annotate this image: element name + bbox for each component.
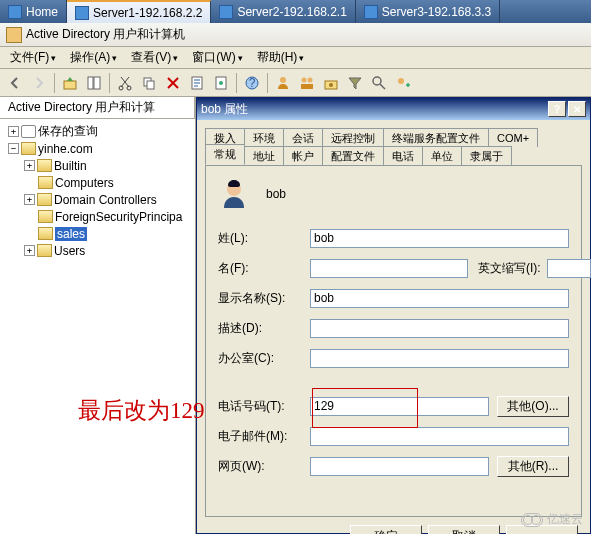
menu-action[interactable]: 操作(A)▾ (64, 47, 123, 68)
forward-button[interactable] (28, 72, 50, 94)
general-panel: bob 姓(L): 名(F):英文缩写(I): 显示名称(S): 描述(D): … (205, 165, 582, 517)
svg-point-18 (373, 77, 381, 85)
watermark: 亿速云 (521, 511, 583, 528)
tree-dc[interactable]: +Domain Controllers (2, 191, 193, 208)
tree-fsp[interactable]: ForeignSecurityPrincipa (2, 208, 193, 225)
folder-icon (37, 159, 52, 172)
svg-point-9 (219, 81, 223, 85)
back-button[interactable] (4, 72, 26, 94)
tab-environment[interactable]: 环境 (244, 128, 284, 147)
svg-point-19 (398, 78, 404, 84)
displayname-input[interactable] (310, 289, 569, 308)
menubar: 文件(F)▾ 操作(A)▾ 查看(V)▾ 窗口(W)▾ 帮助(H)▾ (0, 47, 591, 69)
tab-server1[interactable]: Server1-192.168.2.2 (67, 0, 211, 23)
find-button[interactable] (368, 72, 390, 94)
tab-account[interactable]: 帐户 (283, 146, 323, 165)
svg-point-13 (302, 77, 307, 82)
tab-sessions[interactable]: 会话 (283, 128, 323, 147)
tab-ts-profile[interactable]: 终端服务配置文件 (383, 128, 489, 147)
tab-general[interactable]: 常规 (205, 144, 245, 165)
menu-help[interactable]: 帮助(H)▾ (251, 47, 311, 68)
cancel-button[interactable]: 取消 (428, 525, 500, 534)
description-label: 描述(D): (218, 320, 310, 337)
dialog-help-button[interactable]: ? (548, 101, 566, 117)
new-user-button[interactable] (272, 72, 294, 94)
delete-button[interactable] (162, 72, 184, 94)
add-to-group-button[interactable] (392, 72, 414, 94)
up-button[interactable] (59, 72, 81, 94)
show-hide-button[interactable] (83, 72, 105, 94)
collapse-icon[interactable]: − (8, 143, 19, 154)
refresh-button[interactable] (210, 72, 232, 94)
lastname-label: 姓(L): (218, 230, 310, 247)
tree-computers[interactable]: Computers (2, 174, 193, 191)
watermark-icon (521, 513, 543, 527)
menu-view[interactable]: 查看(V)▾ (125, 47, 184, 68)
expand-icon[interactable]: + (24, 160, 35, 171)
user-avatar-icon (218, 178, 250, 210)
query-icon (21, 125, 36, 138)
expand-icon[interactable]: + (8, 126, 19, 137)
office-input[interactable] (310, 349, 569, 368)
tree-sales[interactable]: sales (2, 225, 193, 242)
properties-button[interactable] (186, 72, 208, 94)
filter-button[interactable] (344, 72, 366, 94)
menu-window[interactable]: 窗口(W)▾ (186, 47, 248, 68)
tab-org[interactable]: 单位 (422, 146, 462, 165)
tab-home[interactable]: Home (0, 0, 67, 23)
folder-icon (38, 227, 53, 240)
firstname-label: 名(F): (218, 260, 310, 277)
webpage-input[interactable] (310, 457, 489, 476)
tab-phone[interactable]: 电话 (383, 146, 423, 165)
tree-saved-queries[interactable]: +保存的查询 (2, 123, 193, 140)
menu-file[interactable]: 文件(F)▾ (4, 47, 62, 68)
server-icon (364, 5, 378, 19)
svg-point-14 (308, 77, 313, 82)
new-group-button[interactable] (296, 72, 318, 94)
new-ou-button[interactable] (320, 72, 342, 94)
tree-users[interactable]: +Users (2, 242, 193, 259)
remote-session-tabbar: Home Server1-192.168.2.2 Server2-192.168… (0, 0, 591, 23)
server-icon (219, 5, 233, 19)
user-name-label: bob (266, 187, 286, 201)
toolbar: ? (0, 69, 591, 97)
email-input[interactable] (310, 427, 569, 446)
help-icon[interactable]: ? (241, 72, 263, 94)
window-title: Active Directory 用户和计算机 (26, 26, 185, 43)
tab-memberof[interactable]: 隶属于 (461, 146, 512, 165)
tab-server3[interactable]: Server3-192.168.3.3 (356, 0, 500, 23)
tab-remote[interactable]: 远程控制 (322, 128, 384, 147)
tab-profile[interactable]: 配置文件 (322, 146, 384, 165)
cut-button[interactable] (114, 72, 136, 94)
tree-builtin[interactable]: +Builtin (2, 157, 193, 174)
email-label: 电子邮件(M): (218, 428, 310, 445)
tab-com[interactable]: COM+ (488, 128, 538, 147)
domain-icon (21, 142, 36, 155)
svg-rect-6 (147, 81, 154, 89)
initials-input[interactable] (547, 259, 591, 278)
tab-server2[interactable]: Server2-192.168.2.1 (211, 0, 355, 23)
webpage-label: 网页(W): (218, 458, 310, 475)
copy-button[interactable] (138, 72, 160, 94)
description-input[interactable] (310, 319, 569, 338)
expand-icon[interactable]: + (24, 245, 35, 256)
expand-icon[interactable]: + (24, 194, 35, 205)
dialog-close-button[interactable]: ✕ (568, 101, 586, 117)
tree-header: Active Directory 用户和计算 (0, 97, 195, 118)
phone-input[interactable] (310, 397, 489, 416)
lastname-input[interactable] (310, 229, 569, 248)
webpage-other-button[interactable]: 其他(R)... (497, 456, 569, 477)
dialog-titlebar[interactable]: bob 属性 ? ✕ (197, 98, 590, 120)
dialog-title: bob 属性 (201, 101, 248, 118)
folder-icon (37, 244, 52, 257)
tab-address[interactable]: 地址 (244, 146, 284, 165)
server-icon (75, 6, 89, 20)
tree-pane: Active Directory 用户和计算 +保存的查询 −yinhe.com… (0, 97, 196, 534)
svg-rect-1 (88, 77, 93, 89)
ok-button[interactable]: 确定 (350, 525, 422, 534)
phone-other-button[interactable]: 其他(O)... (497, 396, 569, 417)
phone-label: 电话号码(T): (218, 398, 310, 415)
svg-rect-0 (64, 81, 76, 89)
tree-domain[interactable]: −yinhe.com (2, 140, 193, 157)
firstname-input[interactable] (310, 259, 468, 278)
